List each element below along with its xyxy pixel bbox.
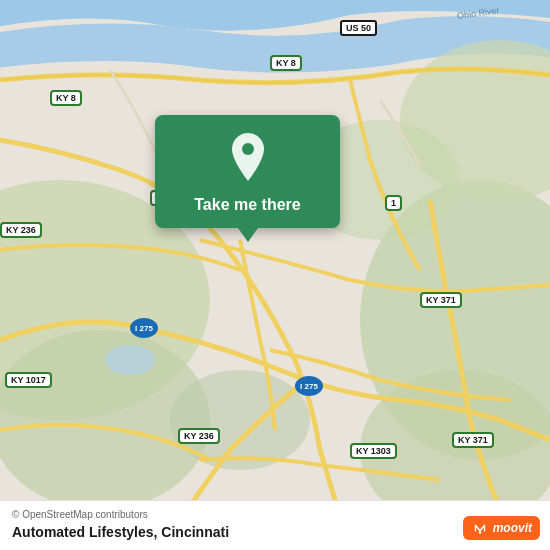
- map-svg: [0, 0, 550, 550]
- popup-label: Take me there: [194, 195, 300, 214]
- moovit-m-icon: [471, 519, 489, 537]
- highway-badge-ky236-left: KY 236: [0, 222, 42, 238]
- svg-point-7: [170, 370, 310, 470]
- highway-badge-us50: US 50: [340, 20, 377, 36]
- svg-point-11: [478, 531, 481, 534]
- highway-badge-ky236-bot: KY 236: [178, 428, 220, 444]
- highway-badge-ky371-top: KY 371: [420, 292, 462, 308]
- highway-badge-ky371-bot: KY 371: [452, 432, 494, 448]
- moovit-logo[interactable]: moovit: [463, 516, 540, 540]
- svg-point-8: [105, 345, 155, 375]
- highway-badge-ky1303: KY 1303: [350, 443, 397, 459]
- svg-point-9: [242, 143, 254, 155]
- highway-badge-ky8-left: KY 8: [50, 90, 82, 106]
- highway-badge-ky1: 1: [385, 195, 402, 211]
- moovit-logo-text: moovit: [493, 521, 532, 535]
- highway-badge-ky1017: KY 1017: [5, 372, 52, 388]
- highway-badge-i275-left: I 275: [130, 318, 158, 338]
- bottom-bar: © OpenStreetMap contributors Automated L…: [0, 500, 550, 550]
- popup-card[interactable]: Take me there: [155, 115, 340, 228]
- map-container: KY 8 US 50 KY 8 KY KY 236 1 I 275 I 275 …: [0, 0, 550, 550]
- highway-badge-i275-right: I 275: [295, 376, 323, 396]
- location-pin-icon: [226, 133, 270, 187]
- location-title: Automated Lifestyles, Cincinnati: [12, 524, 538, 540]
- highway-badge-ky8-top: KY 8: [270, 55, 302, 71]
- attribution-text: © OpenStreetMap contributors: [12, 509, 538, 520]
